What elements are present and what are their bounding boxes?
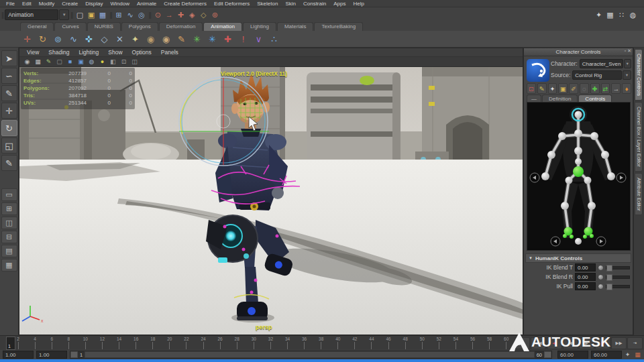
shelf-icon[interactable]: ◇ xyxy=(97,32,111,46)
character-dropdown-arrow-icon[interactable]: ▼ xyxy=(624,59,631,68)
viewport-toolbar-icon[interactable]: ■ xyxy=(65,58,75,66)
body-part-selector[interactable] xyxy=(527,102,631,251)
layout-button[interactable]: ⊟ xyxy=(1,231,17,243)
frame-tick[interactable]: 60 xyxy=(503,337,510,350)
history-icon[interactable]: ◈ xyxy=(186,9,198,21)
sidebar-vertical-tab[interactable]: Attribute Editor xyxy=(635,173,643,216)
range-end-handle[interactable] xyxy=(544,351,551,358)
toolbox-tool[interactable]: ◱ xyxy=(1,137,17,154)
viewport-toolbar-icon[interactable]: ▦ xyxy=(33,58,43,66)
field-knob-icon[interactable] xyxy=(598,284,604,290)
frame-tick[interactable]: 20 xyxy=(166,337,173,350)
frame-tick[interactable]: 34 xyxy=(284,337,291,350)
viewport-toolbar-icon[interactable]: ◫ xyxy=(129,58,140,66)
frame-tick[interactable]: 22 xyxy=(183,337,190,350)
file-icon[interactable]: ▢ xyxy=(74,9,85,21)
viewport-scene[interactable]: x z Verts:207739 00 Edges:412857 00 Poly… xyxy=(19,67,523,335)
layout-button[interactable]: ▭ xyxy=(1,188,17,201)
field-value-input[interactable]: 0.00 xyxy=(575,273,596,281)
field-value-input[interactable]: 0.00 xyxy=(575,263,596,272)
playback-range-bar[interactable]: 1 60 xyxy=(70,351,552,359)
shelf-icon[interactable]: ∿ xyxy=(66,32,80,46)
viewport-toolbar-icon[interactable]: ◧ xyxy=(108,58,118,66)
history-icon[interactable]: ⊙ xyxy=(152,9,164,21)
snap-icon[interactable]: ⊞ xyxy=(113,9,125,21)
snap-icon[interactable]: ◎ xyxy=(136,9,148,21)
frame-tick[interactable]: 10 xyxy=(82,337,89,350)
character-toolbar-icon[interactable]: ⊡ xyxy=(527,83,536,94)
character-toolbar-icon[interactable]: → xyxy=(611,83,621,94)
sidebar-vertical-tab[interactable]: Channel Box / Layer Editor xyxy=(635,102,643,172)
menu-item[interactable]: Edit Deformers xyxy=(211,1,253,7)
viewport-toolbar-icon[interactable]: ⊡ xyxy=(119,58,129,66)
playback-button[interactable]: |▶ xyxy=(595,337,610,349)
character-toolbar-icon[interactable]: ⇄ xyxy=(601,83,610,94)
menu-item[interactable]: Apps xyxy=(330,1,349,7)
menuset-arrow-icon[interactable]: ▼ xyxy=(59,9,69,20)
shelf-tab[interactable]: TextureBaking xyxy=(314,22,363,31)
viewport-menu-item[interactable]: Lighting xyxy=(74,49,103,56)
frame-tick[interactable]: 52 xyxy=(435,337,442,350)
shelf-icon[interactable]: ∨ xyxy=(252,32,266,46)
playback-button[interactable]: ▶▶ xyxy=(611,337,627,349)
frame-tick[interactable]: 6 xyxy=(48,337,55,350)
layout-button[interactable]: ▦ xyxy=(1,259,17,272)
toolbox-tool[interactable]: ∽ xyxy=(1,68,17,84)
menu-item[interactable]: Create Deformers xyxy=(160,1,210,7)
shelf-tab[interactable]: NURBS xyxy=(87,22,121,31)
playback-start-field[interactable]: 1.00 xyxy=(36,351,67,359)
source-dropdown[interactable]: Control Rig xyxy=(572,70,622,80)
playback-button[interactable]: ⇤ xyxy=(515,337,530,349)
shelf-icon[interactable]: ✦ xyxy=(128,32,142,46)
frame-tick[interactable]: 24 xyxy=(200,337,207,350)
field-slider[interactable] xyxy=(606,276,630,279)
file-icon[interactable]: ▣ xyxy=(85,9,97,21)
shelf-tab[interactable]: Deformation xyxy=(159,22,203,31)
shelf-icon[interactable]: ✚ xyxy=(221,32,235,46)
character-toolbar-icon[interactable]: ✦ xyxy=(548,83,557,94)
toolbox-tool[interactable]: ➤ xyxy=(1,50,17,66)
shelf-tab[interactable]: General xyxy=(20,22,54,31)
shelf-tab[interactable]: Animation xyxy=(203,22,242,31)
frame-tick[interactable]: 16 xyxy=(133,337,140,350)
playback-button[interactable]: ▶ xyxy=(579,337,594,349)
status-icon[interactable]: ◍ xyxy=(627,9,639,21)
field-slider[interactable] xyxy=(606,266,630,269)
menu-item[interactable]: Animate xyxy=(133,1,160,7)
viewport-menu-item[interactable]: Options xyxy=(127,49,156,56)
sidebar-vertical-tab[interactable]: Character Controls xyxy=(635,49,643,101)
viewport-toolbar-icon[interactable]: ● xyxy=(97,58,107,66)
frame-tick[interactable]: 46 xyxy=(385,337,392,350)
frame-tick[interactable]: 50 xyxy=(419,337,425,350)
character-dropdown[interactable]: Character_Sven xyxy=(580,59,623,68)
menu-item[interactable]: Create xyxy=(58,1,81,7)
status-icon[interactable]: ✦ xyxy=(593,9,604,21)
field-knob-icon[interactable] xyxy=(598,265,604,271)
menu-item[interactable]: Window xyxy=(107,1,133,7)
shelf-icon[interactable]: ✛ xyxy=(20,32,34,46)
shelf-icon[interactable]: ✜ xyxy=(82,32,96,46)
playback-button[interactable]: ◀◀ xyxy=(531,337,546,349)
frame-tick[interactable]: 42 xyxy=(352,337,358,350)
frame-tick[interactable]: 18 xyxy=(150,337,156,350)
frame-tick[interactable]: 30 xyxy=(250,337,257,350)
menu-item[interactable]: Edit xyxy=(19,1,35,7)
character-toolbar-icon[interactable]: ♦ xyxy=(622,83,631,94)
playback-button[interactable]: ⇥ xyxy=(627,337,643,349)
toolbox-tool[interactable]: ✎ xyxy=(1,155,17,171)
shelf-icon[interactable]: ✳ xyxy=(190,32,204,46)
character-toolbar-icon[interactable]: ◌ xyxy=(580,83,589,94)
viewport-menu-item[interactable]: Shading xyxy=(44,49,74,56)
close-icon[interactable]: ✕ xyxy=(627,48,631,54)
viewport-toolbar-icon[interactable]: ▣ xyxy=(76,58,86,66)
character-toolbar-icon[interactable]: ✐ xyxy=(569,83,578,94)
animation-end-field[interactable]: 60.00 xyxy=(591,351,622,359)
viewport-menu-item[interactable]: Panels xyxy=(156,49,183,56)
frame-tick[interactable]: 14 xyxy=(116,337,123,350)
time-slider[interactable]: 2468101214161820222426283032343638404244… xyxy=(0,335,644,350)
shelf-icon[interactable]: ◉ xyxy=(159,32,173,46)
viewport-toolbar-icon[interactable]: ◍ xyxy=(87,58,97,66)
shelf-tab[interactable]: Materials xyxy=(277,22,313,31)
layout-button[interactable]: ⊞ xyxy=(1,202,17,215)
float-icon[interactable]: ▫ xyxy=(625,48,626,54)
